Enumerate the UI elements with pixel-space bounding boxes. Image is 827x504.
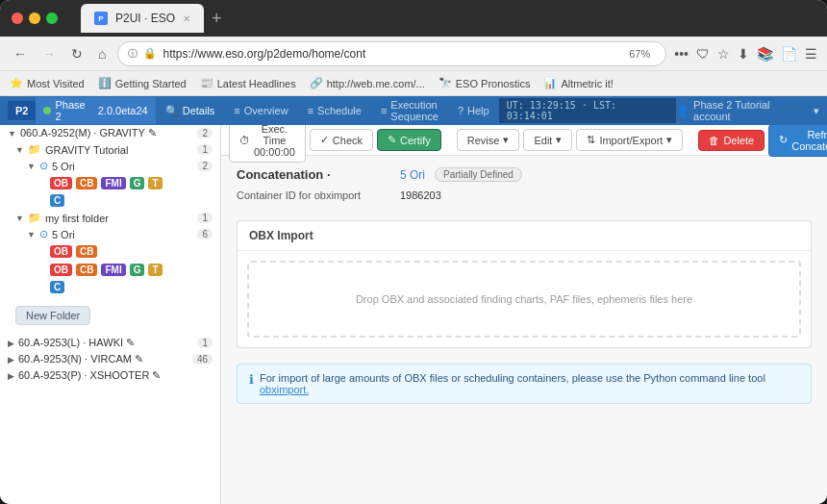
titlebar: P P2UI · ESO ✕ + <box>0 0 827 37</box>
traffic-lights <box>12 13 58 24</box>
fml-badge[interactable]: FMI <box>101 264 125 276</box>
menu-icon[interactable]: ☰ <box>805 46 817 62</box>
forward-button[interactable]: → <box>38 42 60 65</box>
cb-badge[interactable]: CB <box>76 264 97 276</box>
home-button[interactable]: ⌂ <box>94 42 110 65</box>
user-label: Phase 2 Tutorial account <box>693 99 810 122</box>
address-bar[interactable]: ⓘ 🔒 https://www.eso.org/p2demo/home/cont… <box>117 41 666 66</box>
concat-value[interactable]: 5 Ori <box>400 168 425 182</box>
tree-label: 60.A-9253(P) · XSHOOTER ✎ <box>18 369 213 382</box>
container-id-value: 1986203 <box>400 189 441 201</box>
obx-import-section: OBX Import Drop OBX and associated findi… <box>237 220 812 348</box>
back-button[interactable]: ← <box>10 42 31 65</box>
g-badge[interactable]: G <box>130 264 145 276</box>
clock-icon: ⏱ <box>239 135 250 146</box>
ob-badge[interactable]: OB <box>50 177 72 189</box>
browser-toolbar: ← → ↻ ⌂ ⓘ 🔒 https://www.eso.org/p2demo/h… <box>0 37 827 71</box>
eso-icon: 🔭 <box>439 77 452 89</box>
tree-item-5ori-1[interactable]: ▼ ⊙ 5 Ori 2 <box>0 158 220 174</box>
bookmark-label: Most Visited <box>27 78 85 89</box>
instrument-row-3: OB CB FMI G T <box>0 261 220 279</box>
obx-drop-zone[interactable]: Drop OBX and associated finding charts, … <box>247 261 801 338</box>
reload-button[interactable]: ↻ <box>67 42 87 65</box>
bookmark-altmetric[interactable]: 📊 Altmetric it! <box>543 77 613 89</box>
tree-label: 060.A-9252(M) · GRAVITY ✎ <box>20 127 194 139</box>
user-badge[interactable]: 👤 Phase 2 Tutorial account ▾ <box>676 99 819 122</box>
nav-help[interactable]: ? Help <box>448 96 499 125</box>
info-text-content: For import of large amounts of OBX files… <box>260 372 765 384</box>
check-button[interactable]: ✓ Check <box>310 129 373 151</box>
ob-badge[interactable]: OB <box>50 264 72 276</box>
tree-item-my-first-folder[interactable]: ▼ 📁 my first folder 1 <box>0 210 220 226</box>
check-label: Check <box>333 135 363 146</box>
tree-item-vircam[interactable]: ▶ 60.A-9253(N) · VIRCAM ✎ 46 <box>0 351 220 367</box>
app-nav: 🔍 Details ≡ Overview ≡ Schedule ≡ Execut… <box>156 96 499 125</box>
metric-icon: 📊 <box>543 77 557 89</box>
reader-icon[interactable]: 📄 <box>781 46 797 62</box>
minimize-button[interactable] <box>29 13 40 24</box>
c-badge[interactable]: C <box>50 281 64 293</box>
bookmark-label: http://web.me.com/... <box>327 78 425 89</box>
bookmark-label: Altmetric it! <box>561 78 613 89</box>
fml-badge[interactable]: FMI <box>101 177 125 189</box>
tree-label: 5 Ori <box>52 161 194 172</box>
news-icon: 📰 <box>200 77 213 89</box>
t-badge[interactable]: T <box>148 177 162 189</box>
g-badge[interactable]: G <box>130 177 145 189</box>
shield-icon[interactable]: 🛡 <box>696 46 710 62</box>
bookmark-label: ESO Pronostics <box>456 78 531 89</box>
bookmark-most-visited[interactable]: ⭐ Most Visited <box>10 77 85 89</box>
certify-button[interactable]: ✎ Certify <box>377 129 441 151</box>
maximize-button[interactable] <box>46 13 58 24</box>
edit-button[interactable]: Edit ▾ <box>523 129 572 151</box>
bookmark-getting-started[interactable]: ℹ️ Getting Started <box>98 77 187 89</box>
bookmark-headlines[interactable]: 📰 Latest Headlines <box>200 77 296 89</box>
bookmark-star-icon[interactable]: ☆ <box>717 46 730 62</box>
tree-item-xshooter[interactable]: ▶ 60.A-9253(P) · XSHOOTER ✎ <box>0 367 220 384</box>
import-export-label: Import/Export <box>599 135 663 146</box>
cb-badge[interactable]: CB <box>76 177 97 189</box>
tree-item-5ori-2[interactable]: ▼ ⊙ 5 Ori 6 <box>0 226 220 242</box>
chevron-down-icon: ▾ <box>556 134 562 146</box>
details-icon: 🔍 <box>165 105 179 117</box>
library-icon[interactable]: 📚 <box>757 46 773 62</box>
info-circle-icon: ℹ️ <box>98 77 112 89</box>
tab-close-button[interactable]: ✕ <box>183 13 190 24</box>
timestamp-badge: UT: 13:29:15 · LST: 03:14:01 <box>499 98 676 123</box>
overflow-icon[interactable]: ••• <box>674 46 689 62</box>
tree-item-hawki[interactable]: ▶ 60.A-9253(L) · HAWKI ✎ 1 <box>0 335 220 351</box>
nav-execution-sequence[interactable]: ≡ Execution Sequence <box>371 96 448 125</box>
nav-schedule[interactable]: ≡ Schedule <box>298 96 371 125</box>
new-folder-button[interactable]: New Folder <box>15 306 90 325</box>
cb-badge[interactable]: CB <box>76 245 97 258</box>
nav-overview[interactable]: ≡ Overview <box>224 96 297 125</box>
folder-icon: 📁 <box>28 143 41 156</box>
c-badge[interactable]: C <box>50 194 64 207</box>
new-tab-button[interactable]: + <box>212 9 222 29</box>
close-button[interactable] <box>12 13 23 24</box>
count-badge: 1 <box>197 144 213 155</box>
bookmark-eso[interactable]: 🔭 ESO Pronostics <box>439 77 531 89</box>
ob-badge[interactable]: OB <box>50 245 72 258</box>
refresh-button[interactable]: ↻ Refresh Concatenation <box>768 125 827 157</box>
count-badge: 1 <box>197 213 213 223</box>
delete-button[interactable]: 🗑 Delete <box>698 130 764 151</box>
info-icon: ℹ <box>249 372 254 387</box>
delete-label: Delete <box>723 135 754 146</box>
bookmark-web[interactable]: 🔗 http://web.me.com/... <box>310 77 425 89</box>
zoom-level: 67% <box>623 48 656 60</box>
revise-button[interactable]: Revise ▾ <box>457 129 520 151</box>
nav-details[interactable]: 🔍 Details <box>156 96 225 125</box>
tree-item-gravity-tutorial[interactable]: ▼ 📁 GRAVITY Tutorial 1 <box>0 141 220 158</box>
count-badge: 1 <box>197 338 213 348</box>
bookmark-label: Latest Headlines <box>217 78 296 89</box>
exec-time-label: Exec. Time 00:00:00 <box>254 125 295 158</box>
download-icon[interactable]: ⬇ <box>738 46 749 62</box>
import-export-button[interactable]: ⇅ Import/Export ▾ <box>576 129 683 151</box>
nav-label: Details <box>183 105 215 116</box>
browser-tab[interactable]: P P2UI · ESO ✕ <box>81 4 204 33</box>
obximport-link[interactable]: obximport. <box>260 384 309 395</box>
t-badge[interactable]: T <box>148 264 162 276</box>
app-toolbar: P2 Phase 2 2.0.0eta24 🔍 Details ≡ Overvi… <box>0 96 827 125</box>
tree-item-gravity-program[interactable]: ▼ 060.A-9252(M) · GRAVITY ✎ 2 <box>0 125 220 141</box>
